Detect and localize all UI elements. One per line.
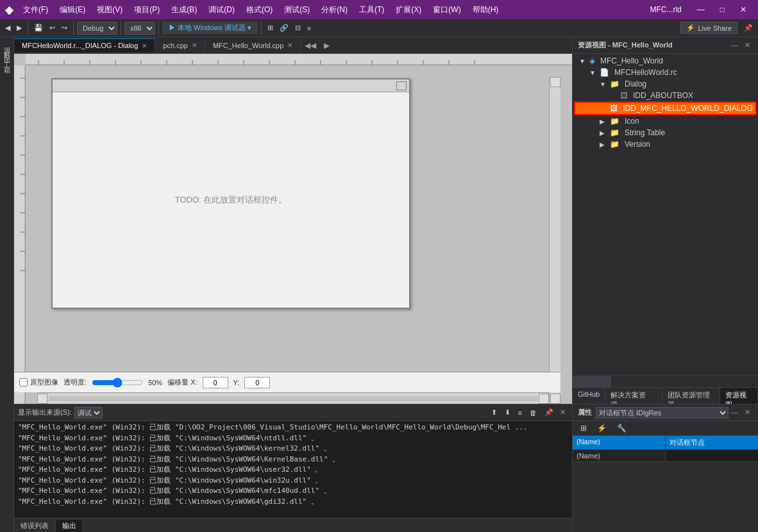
tree-item-main-dialog[interactable]: ▶ 🖼 IDD_MFC_HELLO_WORLD_DIALOG — [574, 101, 757, 115]
sidebar-item-solution[interactable]: 解 — [1, 45, 13, 49]
maximize-button[interactable]: □ — [714, 3, 731, 17]
tab-pch-close[interactable]: ✕ — [192, 42, 197, 49]
menu-help[interactable]: 帮助(H) — [467, 3, 504, 17]
tree-item-version[interactable]: ▶ 📁 Version — [574, 138, 757, 150]
toolbar-format[interactable]: ⊟ — [292, 22, 303, 33]
scrollbar-vertical[interactable]: ▲ ▼ — [549, 77, 560, 404]
tree-icon-icon-folder: 📁 — [610, 117, 619, 126]
offset-x-input[interactable] — [203, 377, 228, 388]
tab-github[interactable]: GitHub — [573, 388, 605, 404]
tab-dialog-close[interactable]: ✕ — [142, 42, 147, 49]
tree-item-dialog-folder[interactable]: ▼ 📁 Dialog — [574, 78, 757, 90]
menu-view[interactable]: 视图(V) — [92, 3, 128, 17]
live-share-button[interactable]: ⚡ Live Share — [680, 22, 737, 34]
scroll-up-btn[interactable]: ▲ — [550, 77, 560, 87]
output-btn-2[interactable]: ⬇ — [502, 407, 513, 418]
tree-item-rc[interactable]: ▼ 📄 MFCHelloWorld.rc — [574, 67, 757, 78]
resource-hscroll[interactable] — [573, 376, 611, 388]
menu-file[interactable]: 文件(F) — [18, 3, 53, 17]
menu-tools[interactable]: 工具(T) — [354, 3, 389, 17]
props-node-combo[interactable]: 对话框节点 IDlgRes — [596, 407, 729, 419]
tab-solution-explorer[interactable]: 解决方案资源... — [605, 388, 662, 404]
toolbar-align[interactable]: ≡ — [305, 23, 314, 33]
dialog-close-btn[interactable]: ✕ — [396, 81, 407, 90]
output-tab-output[interactable]: 输出 — [56, 520, 83, 532]
menu-analyze[interactable]: 分析(N) — [316, 3, 353, 17]
toolbar-undo[interactable]: ↩ — [47, 22, 58, 33]
resource-panel-pin[interactable]: — — [729, 40, 741, 51]
live-share-label: Live Share — [698, 24, 732, 32]
toolbar-sep-4 — [158, 22, 159, 35]
sidebar-item-team[interactable]: 团 — [1, 50, 13, 54]
output-content: "MFC_Hello_World.exe" (Win32): 已加载 "D:\O… — [14, 421, 572, 518]
props-close-btn[interactable]: ✕ — [742, 407, 753, 418]
tree-item-about[interactable]: ▶ 🖼 IDD_ABOUTBOX — [574, 90, 757, 101]
sidebar-item-source[interactable]: 源 — [1, 40, 13, 44]
opacity-slider[interactable] — [92, 378, 143, 388]
platform-combo[interactable]: x86 — [124, 22, 155, 35]
prototype-checkbox[interactable] — [19, 378, 28, 387]
output-btn-3[interactable]: ≡ — [516, 407, 525, 418]
minimize-button[interactable]: — — [691, 3, 711, 17]
menu-project[interactable]: 项目(P) — [129, 3, 165, 17]
tree-item-string-table[interactable]: ▶ 📁 String Table — [574, 127, 757, 138]
tab-team-explorer[interactable]: 团队资源管理器 — [662, 388, 720, 404]
toolbar-save[interactable]: 💾 — [31, 22, 46, 33]
dialog-canvas[interactable]: ✕ TODO: 在此放置对话框控件。 ▲ ▼ ◀ — [26, 65, 560, 404]
tab-bar: MFCHelloWorld.r..._DIALOG - Dialog ✕ pch… — [14, 37, 572, 54]
main-layout: 源 解 团 工 箱 MFCHelloWorld.r..._DIALOG - Di… — [0, 37, 758, 532]
toolbar-attach[interactable]: 🔗 — [277, 22, 291, 33]
sidebar-item-extra[interactable]: 箱 — [1, 60, 13, 64]
menu-build[interactable]: 生成(B) — [166, 3, 202, 17]
run-button[interactable]: ▶ 本地 Windows 调试器 ▾ — [162, 22, 258, 34]
title-bar-right: MFC...rld — □ ✕ — [650, 3, 753, 17]
output-tab-errors[interactable]: 错误列表 — [14, 520, 56, 532]
scrollbar-horizontal[interactable]: ◀ ▶ — [37, 392, 549, 404]
toolbar-extra[interactable]: ⊞ — [265, 22, 276, 33]
tree-item-root[interactable]: ▼ ◈ MFC_Hello_World — [574, 55, 757, 67]
toolbar-back[interactable]: ◀ — [3, 22, 13, 33]
tab-nav-left[interactable]: ◀◀ — [301, 41, 320, 50]
menu-format[interactable]: 格式(O) — [241, 3, 278, 17]
output-btn-1[interactable]: ⬆ — [489, 407, 500, 418]
output-close-btn[interactable]: ✕ — [557, 407, 568, 418]
toolbar-redo[interactable]: ↪ — [59, 22, 70, 33]
props-pin-btn[interactable]: — — [729, 407, 741, 418]
output-btn-4[interactable]: 🗑 — [527, 407, 539, 418]
dialog-window[interactable]: ✕ TODO: 在此放置对话框控件。 — [51, 78, 410, 309]
tab-dialog[interactable]: MFCHelloWorld.r..._DIALOG - Dialog ✕ — [14, 38, 155, 52]
props-tool-wrench[interactable]: 🔧 — [613, 422, 630, 434]
title-bar-left: ◆ 文件(F) 编辑(E) 视图(V) 项目(P) 生成(B) 调试(D) 格式… — [5, 3, 503, 17]
resource-panel-close[interactable]: ✕ — [742, 40, 753, 51]
menu-extensions[interactable]: 扩展(X) — [391, 3, 426, 17]
sidebar-item-tools[interactable]: 工 — [1, 55, 13, 59]
tab-resource-view[interactable]: 资源视图 — [720, 388, 758, 404]
menu-edit[interactable]: 编辑(E) — [55, 3, 90, 17]
tree-item-icon-folder[interactable]: ▶ 📁 Icon — [574, 115, 757, 127]
scroll-down-btn[interactable]: ▼ — [550, 394, 560, 404]
menu-test[interactable]: 测试(S) — [279, 3, 315, 17]
props-tool-list[interactable]: ⚡ — [593, 422, 611, 434]
prototype-checkbox-label[interactable]: 原型图像 — [19, 378, 58, 387]
scroll-thumb-h[interactable] — [49, 396, 537, 401]
toolbar-pin[interactable]: 📌 — [741, 22, 755, 33]
tab-main-close[interactable]: ✕ — [287, 42, 292, 49]
tab-main[interactable]: MFC_Hello_World.cpp ✕ — [205, 39, 301, 52]
close-button[interactable]: ✕ — [734, 3, 753, 17]
output-source-combo[interactable]: 调试 — [74, 407, 103, 419]
menu-window[interactable]: 窗口(W) — [428, 3, 466, 17]
tab-nav-right[interactable]: ▶ — [320, 41, 333, 50]
tab-pch[interactable]: pch.cpp ✕ — [155, 39, 205, 52]
output-panel: 显示输出来源(S): 调试 ⬆ ⬇ ≡ 🗑 📌 ✕ — [14, 404, 572, 532]
toolbar-forward[interactable]: ▶ — [14, 22, 24, 33]
scroll-right-btn[interactable]: ▶ — [539, 394, 549, 404]
output-pin-btn[interactable]: 📌 — [542, 407, 556, 418]
menu-debug[interactable]: 调试(D) — [203, 3, 240, 17]
resource-tree: ▼ ◈ MFC_Hello_World ▼ 📄 MFCHelloWorld.rc… — [573, 54, 758, 376]
tree-arrow-root: ▼ — [579, 58, 587, 65]
offset-y-input[interactable] — [244, 377, 270, 388]
props-value-name — [666, 450, 758, 461]
props-tool-grid[interactable]: ⊞ — [577, 422, 591, 434]
debug-config-combo[interactable]: Debug — [77, 22, 117, 35]
scroll-left-btn[interactable]: ◀ — [37, 394, 47, 404]
